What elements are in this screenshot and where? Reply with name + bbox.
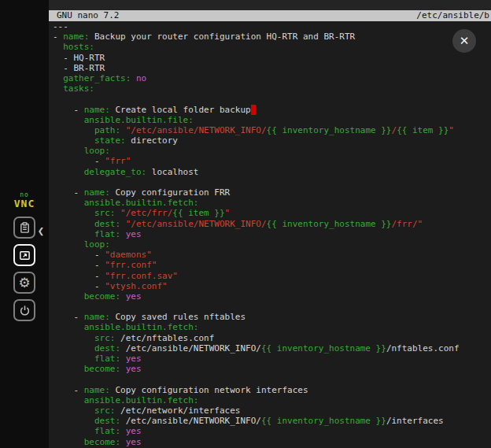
- editor-content[interactable]: ---- name: Backup your router configurat…: [49, 21, 491, 448]
- editor-line: flat: yes: [53, 229, 491, 239]
- editor-line: - name: Copy saved rules nftables: [53, 312, 491, 322]
- editor-line: - "frr": [53, 156, 491, 166]
- editor-line: [53, 94, 491, 104]
- editor-line: [53, 374, 491, 384]
- settings-button[interactable]: ⚙: [13, 272, 35, 294]
- close-button[interactable]: ✕: [452, 29, 476, 53]
- editor-line: src: /etc/nftables.conf: [53, 333, 491, 343]
- terminal-window: GNU nano 7.2 /etc/ansible/b ---- name: B…: [49, 0, 491, 448]
- vnc-control-bar: no VNC: [0, 0, 49, 448]
- editor-line: become: yes: [53, 364, 491, 374]
- editor-line: - name: Copy configuration FRR: [53, 187, 491, 198]
- editor-line: dest: /etc/ansible/NETWORK_INFO/{{ inven…: [53, 416, 491, 426]
- editor-line: ansible.builtin.fetch:: [53, 395, 491, 405]
- editor-line: gather_facts: no: [53, 73, 491, 83]
- editor-line: - "daemons": [53, 250, 491, 260]
- editor-line: flat: yes: [53, 426, 491, 436]
- control-bar-handle[interactable]: ❮: [35, 222, 46, 239]
- editor-line: - "vtysh.conf": [53, 281, 491, 291]
- editor-line: ansible.builtin.fetch:: [53, 322, 491, 332]
- nano-file-path: /etc/ansible/b: [416, 10, 489, 21]
- fullscreen-button[interactable]: [13, 244, 35, 266]
- editor-line: - BR-RTR: [53, 63, 491, 73]
- editor-line: ---: [53, 21, 491, 31]
- editor-line: dest: /etc/ansible/NETWORK_INFO/{{ inven…: [53, 343, 491, 354]
- nano-titlebar: GNU nano 7.2 /etc/ansible/b: [49, 10, 491, 21]
- novnc-logo: no VNC: [14, 192, 35, 209]
- power-icon: [19, 305, 31, 317]
- screen: no VNC: [0, 0, 491, 448]
- control-bar-stack: no VNC: [0, 192, 49, 321]
- clipboard-button[interactable]: [13, 217, 35, 239]
- editor-line: dest: "/etc/ansible/NETWORK_INFO/{{ inve…: [53, 219, 491, 229]
- gear-icon: ⚙: [18, 276, 30, 290]
- editor-line: ansible.builtin.file:: [53, 115, 491, 125]
- power-button[interactable]: [13, 299, 35, 321]
- novnc-logo-bottom: VNC: [14, 198, 35, 209]
- editor-line: - name: Backup your router configuration…: [53, 31, 491, 42]
- editor-line: - "frr.conf.sav": [53, 271, 491, 281]
- editor-line: loop:: [53, 146, 491, 156]
- editor-line: - name: Copy configuration network inter…: [53, 385, 491, 395]
- editor-line: [53, 302, 491, 312]
- clipboard-icon: [19, 222, 31, 234]
- close-icon: ✕: [460, 34, 470, 48]
- editor-line: - HQ-RTR: [53, 53, 491, 63]
- editor-line: src: /etc/network/interfaces: [53, 405, 491, 416]
- editor-line: [53, 177, 491, 187]
- editor-line: ansible.builtin.fetch:: [53, 198, 491, 208]
- editor-line: become: yes: [53, 291, 491, 302]
- editor-line: hosts:: [53, 42, 491, 52]
- editor-line: - name: Create local folder backup: [53, 105, 491, 115]
- editor-line: - "frr.conf": [53, 260, 491, 270]
- nano-app-title: GNU nano 7.2: [57, 10, 119, 21]
- editor-line: become: yes: [53, 437, 491, 447]
- editor-line: src: "/etc/frr/{{ item }}": [53, 208, 491, 218]
- editor-line: flat: yes: [53, 354, 491, 364]
- fullscreen-icon: [19, 250, 31, 261]
- editor-line: loop:: [53, 239, 491, 250]
- editor-line: delegate_to: localhost: [53, 167, 491, 177]
- editor-line: state: directory: [53, 135, 491, 146]
- editor-line: tasks:: [53, 83, 491, 94]
- editor-line: path: "/etc/ansible/NETWORK_INFO/{{ inve…: [53, 125, 491, 135]
